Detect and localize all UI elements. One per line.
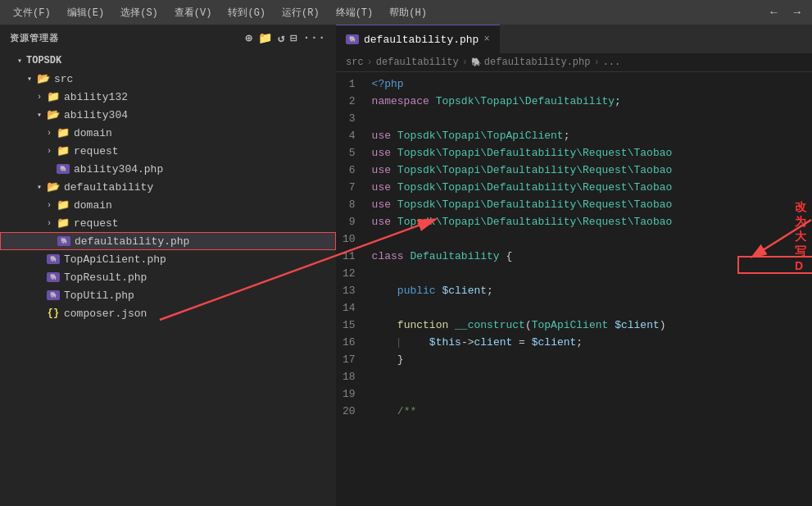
sidebar-item-defaultability[interactable]: ▾ 📂 defaultability xyxy=(0,178,336,196)
sidebar-item-topapiclient[interactable]: › 🐘 TopApiClient.php xyxy=(0,250,336,268)
sidebar-item-ability304php[interactable]: › 🐘 ability304.php xyxy=(0,160,336,178)
composer-label: composer.json xyxy=(64,308,147,320)
code-line-8: use Topsdk\Topapi\Defaultability\Request… xyxy=(372,196,805,213)
domain-def-label: domain xyxy=(74,199,112,212)
topsdk-label: TOPSDK xyxy=(26,55,61,66)
breadcrumb-defaultability[interactable]: defaultability xyxy=(376,57,459,68)
sidebar-item-domain-def[interactable]: › 📁 domain xyxy=(0,196,336,214)
sidebar-item-ability304[interactable]: ▾ 📂 ability304 xyxy=(0,106,336,124)
sidebar-item-src[interactable]: ▾ 📂 src xyxy=(0,70,336,88)
nav-back[interactable]: ← xyxy=(765,4,782,21)
code-line-1: <?php xyxy=(372,75,805,93)
sidebar-item-request304[interactable]: › 📁 request xyxy=(0,142,336,160)
arrow-request-def: › xyxy=(43,219,56,228)
menu-help[interactable]: 帮助(H) xyxy=(383,4,433,21)
sidebar-item-defaultability-php[interactable]: › 🐘 defaultability.php xyxy=(0,232,336,250)
sidebar-header: 资源管理器 ⊕ 📁 ↺ ⊟ ··· xyxy=(0,25,336,52)
arrow-ability304: ▾ xyxy=(33,110,46,120)
topapiclient-label: TopApiClient.php xyxy=(64,253,166,266)
code-editor-wrapper: 1 2 3 4 5 6 7 8 9 10 11 12 13 14 15 16 1 xyxy=(336,72,812,506)
arrow-ability132: › xyxy=(33,93,46,102)
nav-buttons: ← → xyxy=(765,4,805,21)
code-content[interactable]: <?php namespace Topsdk\Topapi\Defaultabi… xyxy=(365,72,812,506)
arrow-defaultability-php: › xyxy=(43,237,57,246)
line-numbers: 1 2 3 4 5 6 7 8 9 10 11 12 13 14 15 16 1 xyxy=(336,72,365,506)
breadcrumb-filename[interactable]: defaultability.php xyxy=(484,57,591,68)
code-line-4: use Topsdk\Topapi\TopApiClient; xyxy=(372,127,805,144)
sidebar-item-toputil[interactable]: › 🐘 TopUtil.php xyxy=(0,286,336,304)
breadcrumb-sep3: › xyxy=(593,57,599,68)
breadcrumb-src[interactable]: src xyxy=(346,57,364,68)
menu-goto[interactable]: 转到(G) xyxy=(221,4,272,21)
sidebar-title: 资源管理器 xyxy=(10,32,59,44)
code-line-6: use Topsdk\Topapi\Defaultability\Request… xyxy=(372,162,805,179)
new-folder-icon[interactable]: 📁 xyxy=(258,31,273,45)
breadcrumb: src › defaultability › 🐘 defaultability.… xyxy=(336,53,812,72)
arrow-topresult: › xyxy=(33,273,46,282)
breadcrumb-sep2: › xyxy=(462,57,468,68)
tab-close-icon[interactable]: × xyxy=(483,34,489,45)
code-line-18 xyxy=(372,368,805,385)
refresh-icon[interactable]: ↺ xyxy=(278,31,285,45)
folder-domain-def-icon: 📁 xyxy=(56,199,70,211)
code-line-14 xyxy=(372,299,805,317)
sidebar-item-composer[interactable]: › {} composer.json xyxy=(0,304,336,322)
arrow-composer: › xyxy=(33,309,46,318)
arrow-toputil: › xyxy=(33,291,46,300)
editor-tab[interactable]: 🐘 defaultability.php × xyxy=(336,25,500,53)
php-defaultability-icon: 🐘 xyxy=(57,235,71,247)
sidebar-item-topsdk[interactable]: ▾ TOPSDK xyxy=(0,52,336,70)
menu-terminal[interactable]: 终端(T) xyxy=(329,4,380,21)
php-ability304-icon: 🐘 xyxy=(56,163,70,175)
tabs-bar: 🐘 defaultability.php × xyxy=(336,25,812,53)
new-file-icon[interactable]: ⊕ xyxy=(245,31,252,45)
collapse-icon[interactable]: ⊟ xyxy=(290,31,297,45)
sidebar-item-domain304[interactable]: › 📁 domain xyxy=(0,124,336,142)
sidebar-toolbar: ⊕ 📁 ↺ ⊟ ··· xyxy=(245,31,326,45)
arrow-topsdk: ▾ xyxy=(13,56,26,66)
request-def-label: request xyxy=(74,217,119,230)
menu-view[interactable]: 查看(V) xyxy=(168,4,219,21)
menu-select[interactable]: 选择(S) xyxy=(114,4,165,21)
code-line-10 xyxy=(372,230,805,248)
menubar: 文件(F) 编辑(E) 选择(S) 查看(V) 转到(G) 运行(R) 终端(T… xyxy=(0,0,812,25)
menu-file[interactable]: 文件(F) xyxy=(7,4,57,21)
folder-src-icon: 📂 xyxy=(36,73,51,84)
more-icon[interactable]: ··· xyxy=(303,31,326,45)
editor-area: 🐘 defaultability.php × src › defaultabil… xyxy=(336,25,812,506)
main-layout: 资源管理器 ⊕ 📁 ↺ ⊟ ··· ▾ TOPSDK ▾ 📂 src xyxy=(0,25,812,506)
code-line-17: } xyxy=(372,351,805,368)
arrow-domain304: › xyxy=(43,129,56,138)
breadcrumb-php-icon: 🐘 xyxy=(471,57,481,67)
folder-defaultability-icon: 📂 xyxy=(46,181,61,193)
php-topresult-icon: 🐘 xyxy=(46,271,61,283)
menu-run[interactable]: 运行(R) xyxy=(275,4,326,21)
sidebar-item-topresult[interactable]: › 🐘 TopResult.php xyxy=(0,268,336,286)
sidebar-item-request-def[interactable]: › 📁 request xyxy=(0,214,336,232)
menu-edit[interactable]: 编辑(E) xyxy=(61,4,111,21)
code-line-16: | $this->client = $client; xyxy=(372,334,805,351)
code-line-2: namespace Topsdk\Topapi\Defaultability; xyxy=(372,93,805,110)
ability304php-label: ability304.php xyxy=(74,163,163,176)
sidebar-item-ability132[interactable]: › 📁 ability132 xyxy=(0,88,336,106)
code-editor[interactable]: 1 2 3 4 5 6 7 8 9 10 11 12 13 14 15 16 1 xyxy=(336,72,812,506)
code-line-12 xyxy=(372,265,805,282)
defaultability-folder-label: defaultability xyxy=(64,181,153,194)
folder-request304-icon: 📁 xyxy=(56,145,70,157)
arrow-request304: › xyxy=(43,147,56,156)
json-composer-icon: {} xyxy=(46,308,61,319)
breadcrumb-sep1: › xyxy=(367,57,373,68)
code-line-19 xyxy=(372,385,805,403)
arrow-ability304php: › xyxy=(43,165,56,174)
src-label: src xyxy=(54,73,73,85)
breadcrumb-dots[interactable]: ... xyxy=(603,57,621,68)
toputil-label: TopUtil.php xyxy=(64,289,134,302)
nav-forward[interactable]: → xyxy=(789,4,805,21)
code-line-5: use Topsdk\Topapi\Defaultability\Request… xyxy=(372,144,805,162)
code-line-7: use Topsdk\Topapi\Defaultability\Request… xyxy=(372,179,805,196)
arrow-domain-def: › xyxy=(43,201,56,210)
tab-filename: defaultability.php xyxy=(364,34,479,46)
ability304-label: ability304 xyxy=(64,109,128,121)
tab-php-icon: 🐘 xyxy=(346,34,359,44)
code-line-15: function __construct(TopApiClient $clien… xyxy=(372,317,805,334)
